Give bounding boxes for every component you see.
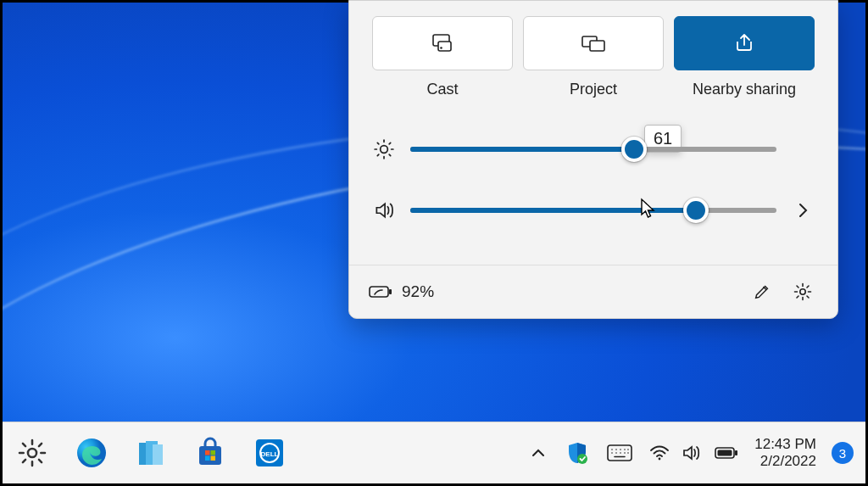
svg-rect-15 bbox=[389, 289, 392, 294]
quick-settings-panel: Cast Project bbox=[348, 0, 838, 319]
taskbar-clock[interactable]: 12:43 PM 2/2/2022 bbox=[754, 436, 816, 469]
svg-rect-14 bbox=[370, 287, 388, 297]
svg-point-2 bbox=[440, 47, 442, 49]
edge-button[interactable] bbox=[74, 435, 109, 471]
project-button[interactable] bbox=[523, 16, 664, 70]
dell-icon: DELL bbox=[253, 436, 287, 470]
svg-line-10 bbox=[377, 142, 379, 144]
svg-rect-1 bbox=[438, 42, 451, 51]
folder-stack-icon bbox=[134, 436, 168, 470]
speaker-icon bbox=[682, 444, 702, 462]
volume-slider-thumb[interactable] bbox=[683, 198, 709, 223]
svg-rect-26 bbox=[211, 456, 216, 461]
svg-line-13 bbox=[389, 142, 391, 144]
clock-date: 2/2/2022 bbox=[754, 453, 816, 470]
svg-text:DELL: DELL bbox=[261, 450, 279, 458]
brightness-icon bbox=[373, 138, 395, 160]
svg-rect-24 bbox=[211, 450, 216, 455]
svg-point-30 bbox=[577, 454, 587, 464]
edge-icon bbox=[75, 436, 108, 470]
svg-rect-21 bbox=[153, 444, 163, 465]
battery-saver-icon bbox=[368, 282, 393, 301]
project-label: Project bbox=[570, 81, 617, 98]
svg-point-16 bbox=[800, 289, 805, 294]
keyboard-icon bbox=[606, 443, 633, 463]
file-explorer-button[interactable] bbox=[133, 435, 169, 471]
shield-icon bbox=[566, 441, 588, 465]
svg-rect-4 bbox=[590, 41, 604, 51]
system-tray-group[interactable] bbox=[649, 444, 739, 462]
gear-icon bbox=[16, 437, 48, 469]
taskbar-settings-button[interactable] bbox=[14, 435, 50, 471]
microsoft-store-button[interactable] bbox=[192, 435, 228, 471]
touch-keyboard-button[interactable] bbox=[605, 435, 634, 471]
cast-label: Cast bbox=[426, 81, 458, 98]
svg-rect-25 bbox=[205, 456, 210, 461]
chevron-up-icon bbox=[531, 447, 546, 459]
svg-rect-45 bbox=[735, 450, 737, 455]
share-icon bbox=[732, 32, 756, 54]
wifi-icon bbox=[649, 444, 670, 461]
notification-badge[interactable]: 3 bbox=[832, 442, 854, 464]
all-settings-button[interactable] bbox=[787, 276, 819, 308]
pencil-icon bbox=[753, 282, 771, 301]
dell-app-button[interactable]: DELL bbox=[252, 435, 287, 471]
windows-security-tray[interactable] bbox=[565, 435, 590, 471]
svg-rect-22 bbox=[199, 446, 221, 465]
volume-flyout-button[interactable] bbox=[792, 202, 814, 219]
svg-point-17 bbox=[28, 449, 36, 457]
svg-rect-23 bbox=[205, 450, 210, 455]
nearby-sharing-label: Nearby sharing bbox=[693, 81, 796, 98]
project-icon bbox=[580, 33, 607, 53]
taskbar: DELL bbox=[3, 422, 865, 483]
edit-quick-settings-button[interactable] bbox=[746, 276, 778, 308]
brightness-slider-thumb[interactable] bbox=[621, 137, 647, 162]
svg-rect-46 bbox=[718, 450, 732, 456]
gear-icon bbox=[793, 282, 813, 302]
svg-point-43 bbox=[659, 458, 661, 461]
cast-icon bbox=[430, 33, 455, 53]
clock-time: 12:43 PM bbox=[754, 436, 816, 453]
svg-line-12 bbox=[377, 154, 379, 156]
volume-slider[interactable] bbox=[410, 208, 776, 213]
store-icon bbox=[193, 436, 227, 470]
tray-overflow-button[interactable] bbox=[527, 435, 549, 471]
brightness-slider[interactable] bbox=[410, 147, 776, 152]
volume-icon bbox=[373, 199, 395, 221]
svg-line-11 bbox=[389, 154, 391, 156]
nearby-sharing-button[interactable] bbox=[674, 16, 815, 70]
cast-button[interactable] bbox=[372, 16, 513, 70]
battery-percent: 92% bbox=[402, 282, 434, 301]
battery-icon bbox=[714, 445, 739, 461]
svg-point-5 bbox=[381, 146, 388, 154]
